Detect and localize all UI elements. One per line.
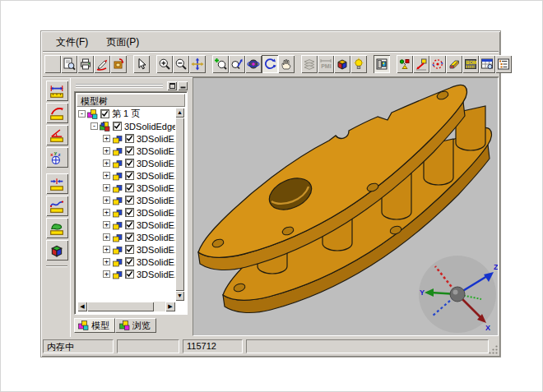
- tree-row[interactable]: -第 1 页: [77, 108, 175, 120]
- stamp-button[interactable]: [110, 55, 127, 73]
- tree-item-checkbox[interactable]: [125, 208, 134, 217]
- tree-item-checkbox[interactable]: [125, 220, 134, 229]
- tree-row[interactable]: +3DSolidE.: [77, 256, 175, 268]
- tree-view-button[interactable]: [495, 55, 512, 73]
- gripper-handle[interactable]: [76, 84, 163, 88]
- tree-item-label[interactable]: 3DSolidE.: [137, 270, 175, 279]
- tree-row[interactable]: -3DSolidEdge.: [77, 120, 175, 132]
- orientation-orb[interactable]: Z Y X: [419, 256, 498, 333]
- plus-expander-icon[interactable]: +: [103, 147, 110, 154]
- tree-item-label[interactable]: 3DSolidE.: [137, 183, 175, 193]
- measure-radius-button[interactable]: [46, 103, 68, 123]
- tree-item-checkbox[interactable]: [125, 270, 134, 279]
- tree-item-checkbox[interactable]: [125, 196, 134, 205]
- move-part-button[interactable]: [413, 55, 429, 73]
- measure-curve-button[interactable]: [46, 196, 68, 216]
- plus-expander-icon[interactable]: +: [103, 258, 110, 265]
- tree-row[interactable]: +3DSolidE.: [77, 219, 175, 231]
- tab-browse[interactable]: 浏览: [115, 318, 156, 333]
- tree-row[interactable]: +3DSolidE.: [77, 194, 175, 206]
- tree-row[interactable]: +3DSolidE.: [77, 231, 175, 243]
- tree-row[interactable]: +3DSolidE.: [77, 182, 175, 194]
- tab-model[interactable]: 模型: [74, 318, 115, 333]
- zoom-window-button[interactable]: [212, 55, 229, 73]
- scroll-right-button[interactable]: ▶: [165, 302, 175, 311]
- tree-item-checkbox[interactable]: [125, 146, 134, 155]
- scroll-up-button[interactable]: ▲: [175, 108, 184, 118]
- plus-expander-icon[interactable]: +: [103, 209, 110, 216]
- measure-area-button[interactable]: [46, 218, 68, 238]
- tree-item-label[interactable]: 3DSolidE.: [137, 257, 175, 267]
- explode-parts-button[interactable]: [397, 55, 413, 73]
- tree-item-label[interactable]: 3DSolidE.: [137, 134, 175, 144]
- zoom-out-button[interactable]: [173, 55, 189, 73]
- measure-angle-button[interactable]: [46, 125, 68, 145]
- tree-row[interactable]: +3DSolidE.: [77, 145, 175, 157]
- tree-item-label[interactable]: 3DSolidE.: [137, 233, 175, 242]
- viewport-3d[interactable]: Z Y X: [193, 77, 499, 336]
- menu-page[interactable]: 页面(P): [103, 34, 142, 51]
- tree-item-label[interactable]: 第 1 页: [112, 108, 140, 120]
- measure-gap-button[interactable]: [46, 173, 68, 194]
- panel-toggle-button[interactable]: [374, 55, 390, 73]
- tree-row[interactable]: +3DSolidE.: [77, 132, 175, 145]
- tree-item-label[interactable]: 3DSolidE.: [137, 171, 175, 181]
- info-button[interactable]: [44, 55, 61, 73]
- erase-button[interactable]: [446, 55, 462, 73]
- tree-item-checkbox[interactable]: [125, 245, 134, 254]
- tree-item-checkbox[interactable]: [125, 134, 134, 143]
- tree-item-label[interactable]: 3DSolidE.: [137, 159, 175, 168]
- rotate-center-button[interactable]: [245, 55, 262, 73]
- scroll-thumb[interactable]: [87, 302, 154, 311]
- tree-row[interactable]: +3DSolidE.: [77, 206, 175, 219]
- tree-row[interactable]: +3DSolidE.: [77, 268, 175, 280]
- zoom-in-button[interactable]: [156, 55, 173, 73]
- panel-gripper[interactable]: [76, 81, 188, 90]
- resize-grip[interactable]: [488, 344, 499, 355]
- plus-expander-icon[interactable]: +: [103, 135, 110, 142]
- tree-item-checkbox[interactable]: [100, 109, 109, 118]
- tree-item-checkbox[interactable]: [125, 171, 134, 180]
- measure-length-button[interactable]: [46, 81, 68, 101]
- plus-expander-icon[interactable]: +: [103, 246, 110, 253]
- plus-expander-icon[interactable]: +: [103, 221, 110, 228]
- tree-row[interactable]: +3DSolidE.: [77, 157, 175, 169]
- bom-button[interactable]: BOM: [462, 55, 479, 73]
- redline-button[interactable]: [94, 55, 110, 73]
- print-preview-button[interactable]: [61, 55, 77, 73]
- plus-expander-icon[interactable]: +: [103, 270, 110, 278]
- scroll-thumb[interactable]: [175, 118, 184, 291]
- tree-row[interactable]: +3DSolidE.: [77, 169, 175, 182]
- tree-item-checkbox[interactable]: [125, 233, 134, 242]
- tree-item-label[interactable]: 3DSolidE.: [137, 196, 175, 205]
- tree-horizontal-scrollbar[interactable]: ◀ ▶: [77, 302, 175, 311]
- tree-item-checkbox[interactable]: [125, 257, 134, 266]
- tree-item-checkbox[interactable]: [125, 159, 134, 168]
- plus-expander-icon[interactable]: +: [103, 184, 110, 191]
- rotate-view-button[interactable]: [262, 55, 278, 73]
- panel-maximize-button[interactable]: [167, 81, 177, 90]
- measure-volume-button[interactable]: [46, 240, 68, 261]
- plus-expander-icon[interactable]: +: [103, 233, 110, 241]
- measure-coordinate-button[interactable]: xyz: [46, 147, 68, 168]
- render-mode-button[interactable]: [334, 55, 350, 73]
- rotate-part-button[interactable]: [429, 55, 446, 73]
- minus-expander-icon[interactable]: -: [90, 122, 98, 130]
- tree-item-checkbox[interactable]: [125, 183, 134, 192]
- plus-expander-icon[interactable]: +: [103, 172, 110, 179]
- panel-minimize-button[interactable]: [178, 81, 188, 90]
- tree-item-label[interactable]: 3DSolidEdge.: [124, 122, 175, 131]
- tree-item-label[interactable]: 3DSolidE.: [137, 146, 175, 156]
- tree-item-label[interactable]: 3DSolidE.: [137, 208, 175, 218]
- minus-expander-icon[interactable]: -: [78, 110, 86, 118]
- table-view-button[interactable]: [479, 55, 495, 73]
- tree-row[interactable]: +3DSolidE.: [77, 243, 175, 256]
- print-button[interactable]: [77, 55, 94, 73]
- lighting-button[interactable]: [350, 55, 367, 73]
- zoom-dynamic-button[interactable]: [229, 55, 245, 73]
- tree-item-label[interactable]: 3DSolidE.: [137, 220, 175, 230]
- pan-button[interactable]: [189, 55, 206, 73]
- tree-item-checkbox[interactable]: [113, 122, 122, 131]
- select-cursor-button[interactable]: [133, 55, 150, 73]
- menu-file[interactable]: 文件(F): [53, 34, 91, 51]
